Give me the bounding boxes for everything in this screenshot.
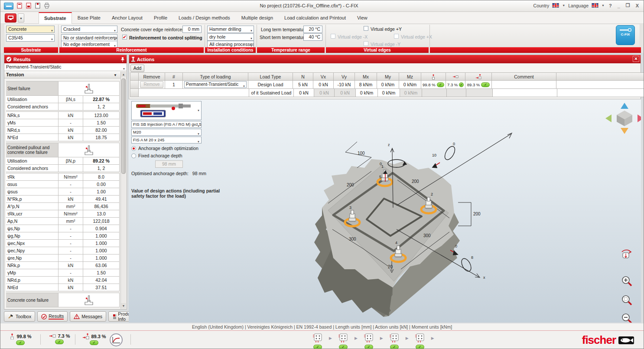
app-menu-caret[interactable]: ▼ <box>18 13 24 23</box>
app-icon[interactable] <box>4 3 13 10</box>
workflow-step[interactable]: ✓ <box>386 333 403 349</box>
results-row: τRk,ucr N/mm² 13.0 <box>6 210 120 218</box>
design-n-input[interactable]: 5 kN <box>293 80 313 89</box>
quick-access-toolbar <box>16 2 50 9</box>
design-mz-input[interactable]: 0 kNm <box>399 80 421 89</box>
ribbon-tab[interactable]: View <box>351 12 373 24</box>
concrete-grade-dropdown[interactable]: C35/45 <box>6 34 55 42</box>
design-vy-input[interactable]: -10 kN <box>333 80 355 89</box>
results-row: NᵍEd kN 37.51 <box>6 284 120 291</box>
results-button[interactable]: Results <box>37 311 68 322</box>
anchor-item-dropdown[interactable]: FIS A M 20 x 245 <box>131 137 202 144</box>
anchorage-depth-optimization-radio[interactable] <box>131 146 136 151</box>
cfix-home-button[interactable]: C-FIX <box>616 25 635 45</box>
add-load-button[interactable]: Add <box>130 65 144 72</box>
ribbon-tab[interactable]: Anchor Layout <box>106 12 148 24</box>
loading-type-dropdown[interactable]: Permanent-Transient/Static <box>184 81 247 88</box>
remove-load-button[interactable]: Remove <box>140 81 163 88</box>
concrete-cover-input[interactable]: 0 mm <box>182 26 202 33</box>
language-dropdown-caret[interactable]: ▼ <box>602 4 605 7</box>
cracked-condition-dropdown[interactable]: Cracked <box>61 26 117 33</box>
fixed-anchorage-depth-radio[interactable] <box>131 153 136 158</box>
help-button[interactable]: ? <box>608 3 613 8</box>
product-image-dropdown[interactable] <box>131 101 202 120</box>
result-value: 37.51 <box>83 284 120 291</box>
pin-icon[interactable] <box>120 57 125 62</box>
tension-utilisation-summary: 99.8 % ✓ <box>5 333 36 345</box>
drilling-method-dropdown[interactable]: Hammer drilling <box>207 26 254 33</box>
workflow-step[interactable]: ✓ <box>411 333 429 349</box>
results-panel-title: Results <box>13 57 31 62</box>
col-number: # <box>165 72 183 81</box>
open-project-icon[interactable] <box>25 2 32 9</box>
design-vx-input[interactable]: 0 kN <box>313 80 334 89</box>
sustained-mx-input[interactable]: 0 kNm <box>355 88 378 97</box>
virtual-edge-minus-x-label: Virtual edge -X <box>338 34 368 39</box>
substrate-material-dropdown[interactable]: Concrete <box>6 26 55 33</box>
ribbon-tab[interactable]: Multiple design <box>236 12 279 24</box>
short-term-temp-input[interactable]: 40 °C <box>303 33 322 41</box>
design-step-icon <box>312 333 323 343</box>
collapse-section-icon[interactable]: ▼ <box>114 73 117 77</box>
print-icon[interactable] <box>43 2 50 9</box>
results-row: A⁰p,N mm² 86,436 <box>6 203 120 210</box>
actions-close-icon[interactable]: ✕ <box>633 56 639 62</box>
workflow-step[interactable]: ✓ <box>309 333 326 349</box>
splitting-checkbox[interactable]: ✔ <box>122 35 127 39</box>
close-button[interactable]: X <box>634 3 640 8</box>
design-mx-input[interactable]: 8 kNm <box>355 80 377 89</box>
zoom-out-icon[interactable] <box>622 314 631 323</box>
hole-condition-dropdown[interactable]: dry hole <box>207 33 254 41</box>
model-viewport[interactable]: 100 200 200 200 300 300 20 1 2 3 4 <box>129 99 641 323</box>
product-family-dropdown[interactable]: FIS SB Injection (FIS A / RG M) gvz 5.8 <box>131 121 202 128</box>
scroll-up-arrow[interactable]: ▲ <box>121 72 126 77</box>
messages-button[interactable]: Messages <box>70 311 106 322</box>
rotate-left-arrow[interactable] <box>605 114 611 122</box>
zoom-fit-icon[interactable] <box>622 296 631 305</box>
workflow-step[interactable]: ✓ <box>335 333 352 349</box>
ribbon-tab[interactable]: Base Plate <box>72 12 106 24</box>
virtual-edge-plus-y-checkbox[interactable] <box>364 26 368 31</box>
workflow-step[interactable]: ✓ <box>360 333 377 349</box>
results-scrollbar[interactable]: ▲ ▼ <box>120 72 126 309</box>
rotate-view-icon[interactable] <box>622 250 631 258</box>
ribbon-tab[interactable]: Profile <box>148 12 173 24</box>
design-my-input[interactable]: 0 kNm <box>377 80 399 89</box>
country-flag-icon[interactable] <box>552 3 559 8</box>
anchor-size-dropdown[interactable]: M20 <box>131 129 202 136</box>
ribbon-tab[interactable]: Load calculation and Printout <box>279 12 351 24</box>
toolbox-button[interactable]: Toolbox <box>4 311 35 322</box>
tension-section-header[interactable]: Tension ▼ <box>4 71 127 78</box>
fixed-anchorage-depth-label: Fixed achorage depth <box>138 153 182 158</box>
ribbon-tab[interactable]: Loads / Design methods <box>173 12 236 24</box>
minimize-button[interactable]: _ <box>616 3 621 8</box>
view-navigation-cluster[interactable] <box>605 103 641 134</box>
app-menu-button[interactable] <box>5 13 16 23</box>
optimised-depth-value: 98 mm <box>192 171 206 176</box>
country-dropdown-caret[interactable]: ▼ <box>562 4 565 7</box>
sustained-n-input[interactable]: 0 kN <box>293 88 314 97</box>
comment-input[interactable] <box>491 80 556 89</box>
row-selector[interactable] <box>130 80 139 89</box>
rotate-down-arrow[interactable] <box>621 128 628 134</box>
result-unit: mm² <box>58 217 83 225</box>
load-combination-dropdown[interactable]: Permanent-Transient/Static <box>4 63 127 71</box>
load-displacement-graph-icon[interactable] <box>110 333 123 346</box>
new-project-icon[interactable] <box>16 2 23 9</box>
actions-header-row: Remove # Type of loading Load Type N Vx … <box>130 73 644 81</box>
result-label: A⁰p,N <box>6 202 59 210</box>
restore-button[interactable]: ❐ <box>624 3 631 8</box>
zoom-in-icon[interactable] <box>622 277 631 286</box>
rotate-up-arrow[interactable] <box>621 103 628 109</box>
save-project-icon[interactable] <box>34 2 41 9</box>
rotate-right-arrow[interactable] <box>637 114 641 122</box>
sustained-my-input[interactable]: 0 kNm <box>377 88 400 97</box>
result-unit: kN <box>58 134 83 141</box>
long-term-temp-input[interactable]: 20 °C <box>303 26 322 33</box>
results-row: ψec,Npy - 1.000 <box>6 247 120 254</box>
language-flag-icon[interactable] <box>592 3 598 8</box>
ribbon-tab[interactable]: Substrate <box>39 12 72 24</box>
row-selector[interactable] <box>130 88 139 97</box>
scroll-down-arrow[interactable]: ▼ <box>121 303 126 309</box>
scrollbar-thumb[interactable] <box>121 78 126 174</box>
